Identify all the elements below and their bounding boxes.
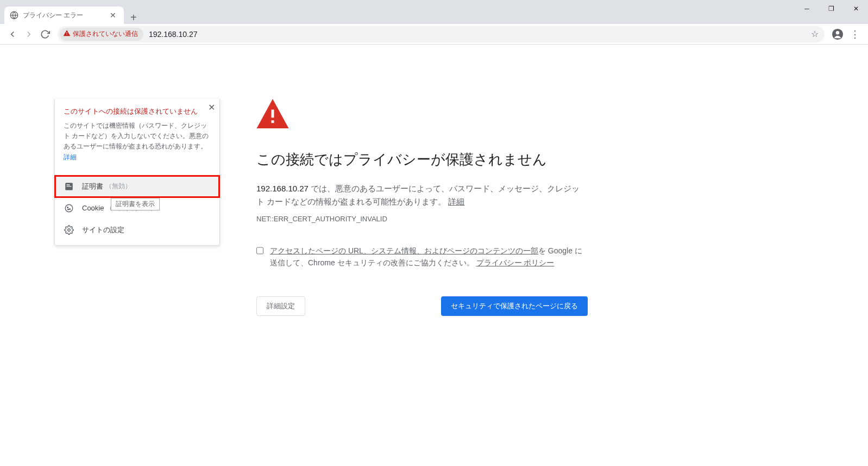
- site-info-popup: ✕ このサイトへの接続は保護されていません このサイトでは機密情報（パスワード、…: [54, 99, 220, 246]
- svg-rect-5: [67, 184, 70, 185]
- error-code: NET::ERR_CERT_AUTHORITY_INVALID: [256, 215, 588, 223]
- svg-point-11: [68, 229, 71, 232]
- certificate-row[interactable]: 証明書 （無効） 証明書を表示: [55, 176, 219, 197]
- opt-in-checkbox[interactable]: [256, 247, 263, 254]
- warning-triangle-icon: [63, 29, 73, 39]
- back-to-safety-button[interactable]: セキュリティで保護されたページに戻る: [441, 296, 588, 316]
- certificate-status: （無効）: [105, 182, 131, 191]
- bookmark-star-icon[interactable]: ☆: [807, 29, 822, 39]
- svg-point-10: [68, 209, 69, 210]
- url-text: 192.168.10.27: [146, 30, 807, 39]
- window-controls: ─ ❐ ✕: [795, 0, 868, 17]
- cookie-label: Cookie: [82, 204, 104, 212]
- svg-point-9: [70, 208, 71, 209]
- security-chip[interactable]: 保護されていない通信: [60, 28, 143, 41]
- back-button[interactable]: [4, 26, 21, 42]
- site-info-header: このサイトへの接続は保護されていません このサイトでは機密情報（パスワード、クレ…: [55, 99, 219, 168]
- error-details-link[interactable]: 詳細: [448, 197, 464, 206]
- cookie-icon: [64, 203, 74, 214]
- error-ip: 192.168.10.27: [256, 184, 309, 193]
- site-info-title: このサイトへの接続は保護されていません: [64, 107, 211, 116]
- svg-rect-13: [272, 120, 274, 123]
- site-settings-row[interactable]: サイトの設定: [55, 219, 219, 241]
- advanced-button[interactable]: 詳細設定: [256, 296, 305, 316]
- forward-button[interactable]: [21, 26, 37, 42]
- profile-button[interactable]: [829, 26, 846, 43]
- globe-icon: [10, 11, 18, 20]
- browser-toolbar: 保護されていない通信 192.168.10.27 ☆ ⋮: [0, 24, 868, 45]
- certificate-tooltip: 証明書を表示: [111, 198, 160, 210]
- svg-point-8: [67, 207, 68, 208]
- tab-strip: プライバシー エラー ✕ + ─ ❐ ✕: [0, 5, 868, 24]
- content-area: ✕ このサイトへの接続は保護されていません このサイトでは機密情報（パスワード、…: [0, 99, 868, 466]
- certificate-label: 証明書: [82, 182, 103, 191]
- site-info-list: 証明書 （無効） 証明書を表示 Cookie （0 個が使用中） サイトの設定: [55, 176, 219, 245]
- button-row: 詳細設定 セキュリティで保護されたページに戻る: [256, 296, 588, 316]
- maximize-button[interactable]: ❐: [819, 0, 844, 17]
- minimize-button[interactable]: ─: [795, 0, 819, 17]
- window-close-button[interactable]: ✕: [844, 0, 868, 17]
- chrome-menu-button[interactable]: ⋮: [846, 26, 864, 43]
- privacy-policy-link[interactable]: プライバシー ポリシー: [476, 258, 555, 267]
- window-titlebar: [0, 0, 868, 5]
- svg-rect-6: [67, 186, 72, 187]
- site-info-description: このサイトでは機密情報（パスワード、クレジット カードなど）を入力しないでくださ…: [64, 121, 211, 163]
- tab-close-icon[interactable]: ✕: [108, 10, 118, 21]
- opt-in-row: アクセスしたページの URL、システム情報、およびページのコンテンツの一部を G…: [256, 245, 588, 269]
- tab-title: プライバシー エラー: [23, 11, 108, 20]
- opt-in-info-link[interactable]: アクセスしたページの URL、システム情報、およびページのコンテンツの一部: [270, 246, 538, 255]
- browser-tab[interactable]: プライバシー エラー ✕: [4, 7, 124, 24]
- reload-button[interactable]: [37, 26, 53, 42]
- privacy-error-body: 192.168.10.27 では、悪意のあるユーザーによって、パスワード、メッセ…: [256, 182, 588, 208]
- privacy-error-headline: この接続ではプライバシーが保護されません: [256, 150, 588, 169]
- address-bar[interactable]: 保護されていない通信 192.168.10.27 ☆: [58, 26, 825, 42]
- new-tab-button[interactable]: +: [124, 11, 143, 24]
- site-info-desc-text: このサイトでは機密情報（パスワード、クレジット カードなど）を入力しないでくださ…: [64, 122, 209, 150]
- warning-triangle-large-icon: [256, 99, 289, 128]
- privacy-error-page: この接続ではプライバシーが保護されません 192.168.10.27 では、悪意…: [256, 99, 588, 316]
- svg-point-7: [65, 204, 73, 212]
- site-info-details-link[interactable]: 詳細: [64, 153, 77, 161]
- svg-point-3: [836, 31, 839, 34]
- certificate-icon: [64, 181, 74, 192]
- site-settings-label: サイトの設定: [82, 225, 124, 235]
- security-chip-label: 保護されていない通信: [73, 29, 138, 39]
- opt-in-text: アクセスしたページの URL、システム情報、およびページのコンテンツの一部を G…: [270, 245, 588, 269]
- gear-icon: [64, 225, 74, 235]
- close-icon[interactable]: ✕: [208, 102, 215, 113]
- svg-rect-12: [272, 110, 274, 118]
